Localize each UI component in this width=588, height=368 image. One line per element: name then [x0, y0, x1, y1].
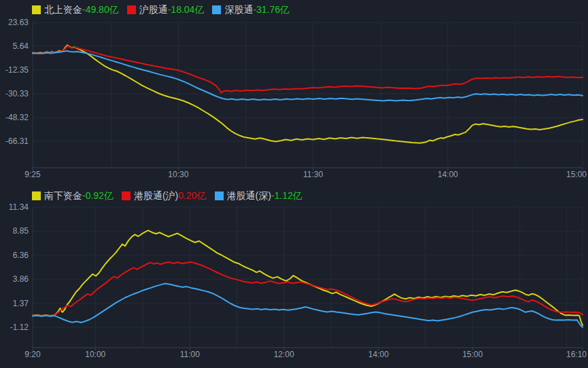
legend-label: 沪股通 — [139, 5, 168, 15]
legend-label: 北上资金 — [44, 5, 82, 15]
legend-value: 0.20亿 — [178, 191, 206, 201]
legend-item-southbound-total: 南下资金 -0.92亿 — [32, 191, 114, 201]
legend-item-hk-connect-sh: 港股通(沪) 0.20亿 — [122, 191, 207, 201]
southbound-chart-section: 南下资金 -0.92亿 港股通(沪) 0.20亿 港股通(深) -1.12亿 1… — [0, 185, 588, 368]
legend-value: -18.04亿 — [168, 5, 205, 15]
legend-label: 南下资金 — [44, 191, 82, 201]
x-axis-tick-label: 15:00 — [566, 170, 587, 179]
series-line — [33, 46, 583, 93]
x-axis-tick-label: 14:00 — [368, 350, 389, 359]
y-axis-tick-label: 5.64 — [13, 41, 29, 51]
southbound-legend: 南下资金 -0.92亿 港股通(沪) 0.20亿 港股通(深) -1.12亿 — [32, 191, 302, 201]
sh-connect-swatch-icon — [127, 5, 136, 14]
y-axis-tick-label: -66.31 — [5, 136, 29, 146]
southbound-chart-svg[interactable]: 11.348.856.363.861.37-1.129:2010:0011:00… — [0, 185, 588, 368]
northbound-legend: 北上资金 -49.80亿 沪股通 -18.04亿 深股通 -31.76亿 — [32, 5, 290, 15]
legend-label: 港股通(沪) — [134, 191, 178, 201]
legend-value: -31.76亿 — [253, 5, 290, 15]
y-axis-tick-label: -48.32 — [5, 113, 29, 122]
y-axis-tick-label: -12.35 — [5, 65, 29, 75]
y-axis-tick-label: 1.37 — [13, 299, 29, 308]
southbound-total-swatch-icon — [32, 191, 41, 200]
y-axis-tick-label: -30.33 — [5, 89, 29, 98]
y-axis-tick-label: -1.12 — [10, 323, 29, 332]
x-axis-tick-label: 10:30 — [168, 170, 188, 179]
y-axis-tick-label: 6.36 — [13, 251, 29, 260]
hk-connect-sz-swatch-icon — [215, 191, 224, 200]
y-axis-tick-label: 11.34 — [9, 202, 29, 212]
northbound-total-swatch-icon — [32, 5, 41, 14]
x-axis-tick-label: 10:00 — [85, 350, 105, 359]
x-axis-tick-label: 16:10 — [566, 350, 587, 359]
legend-label: 深股通 — [224, 5, 253, 15]
legend-item-sh-connect: 沪股通 -18.04亿 — [127, 5, 205, 15]
series-line — [33, 284, 583, 328]
x-axis-tick-label: 9:20 — [24, 350, 41, 359]
legend-label: 港股通(深) — [227, 191, 271, 201]
legend-value: -0.92亿 — [82, 191, 114, 201]
hk-connect-sh-swatch-icon — [122, 191, 131, 200]
x-axis-tick-label: 14:00 — [438, 170, 458, 179]
legend-item-northbound-total: 北上资金 -49.80亿 — [32, 5, 119, 15]
capital-flow-panel: 北上资金 -49.80亿 沪股通 -18.04亿 深股通 -31.76亿 23.… — [0, 0, 588, 368]
y-axis-tick-label: 23.63 — [8, 18, 29, 27]
x-axis-tick-label: 15:00 — [462, 350, 483, 359]
series-line — [33, 230, 583, 325]
legend-value: -49.80亿 — [82, 5, 119, 15]
sz-connect-swatch-icon — [212, 5, 221, 14]
x-axis-tick-label: 11:00 — [180, 350, 200, 359]
northbound-chart-svg[interactable]: 23.635.64-12.35-30.33-48.32-66.319:2510:… — [0, 0, 588, 183]
legend-item-sz-connect: 深股通 -31.76亿 — [212, 5, 290, 15]
x-axis-tick-label: 11:30 — [303, 170, 323, 179]
northbound-chart-section: 北上资金 -49.80亿 沪股通 -18.04亿 深股通 -31.76亿 23.… — [0, 0, 588, 183]
legend-item-hk-connect-sz: 港股通(深) -1.12亿 — [215, 191, 302, 201]
y-axis-tick-label: 3.86 — [13, 274, 29, 284]
x-axis-tick-label: 12:00 — [274, 350, 294, 359]
legend-value: -1.12亿 — [271, 191, 302, 201]
x-axis-tick-label: 9:25 — [24, 170, 41, 179]
y-axis-tick-label: 8.85 — [13, 226, 29, 236]
